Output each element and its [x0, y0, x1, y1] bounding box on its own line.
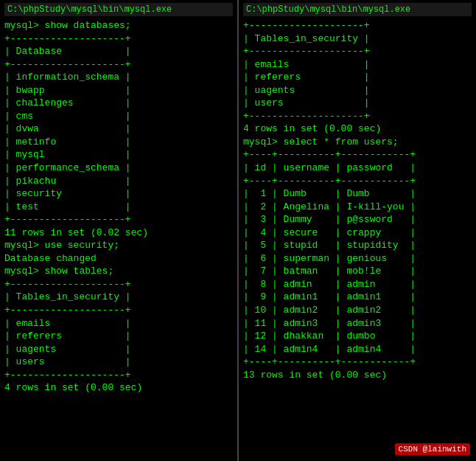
terminal-line: | id | username | password |: [243, 162, 472, 175]
terminal-line: | 8 | admin | admin |: [243, 278, 472, 291]
terminal-line: mysql> use security;: [4, 239, 233, 252]
watermark: CSDN @lainwith: [395, 443, 470, 455]
terminal-line: | Tables_in_security |: [243, 32, 472, 46]
terminal-line: | Tables_in_security |: [4, 291, 233, 304]
terminal-line: 13 rows in set (0.00 sec): [243, 369, 472, 382]
terminal-line: | cms |: [4, 110, 233, 123]
terminal-line: | information_schema |: [4, 71, 233, 84]
left-terminal: C:\phpStudy\mysql\bin\mysql.exe mysql> s…: [0, 0, 239, 461]
terminal-line: | performance_schema |: [4, 162, 233, 175]
terminal-line: +--------------------+: [243, 19, 472, 32]
terminal-line: | 6 | superman | genious |: [243, 252, 472, 266]
terminal-line: 4 rows in set (0.00 sec): [4, 381, 233, 395]
terminal-line: | 11 | admin3 | admin3 |: [243, 317, 472, 330]
terminal-line: +----+----------+------------+: [243, 356, 472, 369]
left-content: mysql> show databases;+-----------------…: [4, 19, 233, 395]
terminal-line: | uagents |: [4, 343, 233, 356]
terminal-line: Database changed: [4, 252, 233, 266]
terminal-line: | 4 | secure | crappy |: [243, 226, 472, 240]
terminal-line: | 1 | Dumb | Dumb |: [243, 187, 472, 201]
terminal-line: | bwapp |: [4, 84, 233, 97]
terminal-line: 11 rows in set (0.02 sec): [4, 226, 233, 240]
terminal-line: | referers |: [243, 71, 472, 84]
terminal-line: | 10 | admin2 | admin2 |: [243, 304, 472, 317]
right-title-bar: C:\phpStudy\mysql\bin\mysql.exe: [243, 3, 472, 16]
terminal-line: | emails |: [243, 58, 472, 72]
terminal-line: | emails |: [4, 317, 233, 330]
terminal-line: | pikachu |: [4, 175, 233, 188]
terminal-line: +--------------------+: [4, 58, 233, 72]
terminal-line: +--------------------+: [4, 369, 233, 382]
right-content: +--------------------+| Tables_in_securi…: [243, 19, 472, 381]
terminal-line: +--------------------+: [4, 304, 233, 317]
terminal-line: | test |: [4, 201, 233, 214]
terminal-line: | 2 | Angelina | I-kill-you |: [243, 201, 472, 214]
terminal-line: | 12 | dhakkan | dumbo |: [243, 330, 472, 343]
terminal-line: | challenges |: [4, 97, 233, 110]
terminal-line: | uagents |: [243, 84, 472, 97]
terminal-line: mysql> show databases;: [4, 19, 233, 32]
terminal-line: +--------------------+: [4, 278, 233, 291]
terminal-line: mysql> show tables;: [4, 265, 233, 278]
terminal-line: | 14 | admin4 | admin4 |: [243, 343, 472, 356]
terminal-line: +----+----------+------------+: [243, 148, 472, 162]
terminal-line: | mysql |: [4, 148, 233, 162]
left-title-bar: C:\phpStudy\mysql\bin\mysql.exe: [4, 3, 233, 16]
terminal-line: | referers |: [4, 330, 233, 343]
terminal-line: 4 rows in set (0.00 sec): [243, 122, 472, 136]
terminal-line: +--------------------+: [243, 110, 472, 123]
terminal-line: | 3 | Dummy | p@ssword |: [243, 213, 472, 226]
terminal-line: | security |: [4, 187, 233, 201]
terminal-line: | Database |: [4, 45, 233, 58]
terminal-line: | 5 | stupid | stupidity |: [243, 239, 472, 252]
terminal-line: +----+----------+------------+: [243, 175, 472, 188]
terminal-line: | users |: [243, 97, 472, 110]
terminal-line: +--------------------+: [4, 32, 233, 46]
terminal-line: mysql> select * from users;: [243, 136, 472, 149]
terminal-line: | 7 | batman | mob!le |: [243, 265, 472, 278]
terminal-line: | dvwa |: [4, 122, 233, 136]
terminal-line: +--------------------+: [243, 45, 472, 58]
right-terminal: C:\phpStudy\mysql\bin\mysql.exe +-------…: [239, 0, 476, 461]
terminal-line: | 9 | admin1 | admin1 |: [243, 291, 472, 304]
terminal-line: | metinfo |: [4, 136, 233, 149]
terminal-line: | users |: [4, 356, 233, 369]
terminal-line: +--------------------+: [4, 213, 233, 226]
